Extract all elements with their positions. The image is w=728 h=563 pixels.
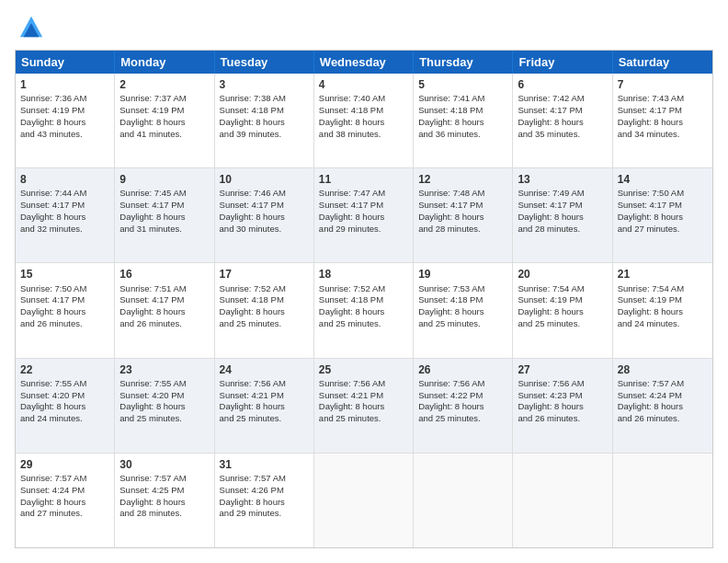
day-number: 10: [220, 172, 309, 187]
day-number: 31: [220, 457, 309, 472]
calendar-day-empty: [414, 454, 513, 547]
day-number: 15: [20, 267, 109, 282]
header-day-saturday: Saturday: [613, 51, 712, 74]
calendar-week-5: 29Sunrise: 7:57 AM Sunset: 4:24 PM Dayli…: [16, 453, 712, 547]
day-info: Sunrise: 7:45 AM Sunset: 4:17 PM Dayligh…: [119, 188, 186, 233]
day-number: 24: [220, 362, 309, 377]
header-day-friday: Friday: [513, 51, 612, 74]
day-number: 18: [319, 267, 408, 282]
calendar-header: SundayMondayTuesdayWednesdayThursdayFrid…: [16, 51, 712, 74]
day-info: Sunrise: 7:36 AM Sunset: 4:19 PM Dayligh…: [20, 93, 86, 138]
day-number: 28: [618, 362, 708, 377]
day-info: Sunrise: 7:54 AM Sunset: 4:19 PM Dayligh…: [618, 283, 684, 328]
day-info: Sunrise: 7:51 AM Sunset: 4:17 PM Dayligh…: [119, 283, 186, 328]
calendar-day-25: 25Sunrise: 7:56 AM Sunset: 4:21 PM Dayli…: [314, 359, 414, 453]
calendar-day-20: 20Sunrise: 7:54 AM Sunset: 4:19 PM Dayli…: [513, 263, 612, 357]
day-number: 19: [418, 267, 507, 282]
calendar-day-29: 29Sunrise: 7:57 AM Sunset: 4:24 PM Dayli…: [16, 454, 115, 547]
calendar-day-10: 10Sunrise: 7:46 AM Sunset: 4:17 PM Dayli…: [215, 168, 314, 262]
day-info: Sunrise: 7:38 AM Sunset: 4:18 PM Dayligh…: [220, 93, 286, 138]
calendar-day-1: 1Sunrise: 7:36 AM Sunset: 4:19 PM Daylig…: [16, 74, 115, 167]
calendar-day-9: 9Sunrise: 7:45 AM Sunset: 4:17 PM Daylig…: [115, 168, 214, 262]
day-info: Sunrise: 7:46 AM Sunset: 4:17 PM Dayligh…: [220, 188, 286, 233]
calendar-day-2: 2Sunrise: 7:37 AM Sunset: 4:19 PM Daylig…: [115, 74, 214, 167]
day-number: 27: [518, 362, 607, 377]
day-info: Sunrise: 7:55 AM Sunset: 4:20 PM Dayligh…: [119, 378, 186, 423]
day-number: 17: [220, 267, 309, 282]
day-number: 26: [418, 362, 507, 377]
header-day-monday: Monday: [115, 51, 214, 74]
calendar-day-24: 24Sunrise: 7:56 AM Sunset: 4:21 PM Dayli…: [215, 359, 314, 453]
calendar-day-5: 5Sunrise: 7:41 AM Sunset: 4:18 PM Daylig…: [414, 74, 513, 167]
day-number: 2: [119, 77, 209, 92]
calendar-week-1: 1Sunrise: 7:36 AM Sunset: 4:19 PM Daylig…: [16, 74, 712, 167]
calendar-day-16: 16Sunrise: 7:51 AM Sunset: 4:17 PM Dayli…: [115, 263, 214, 357]
day-number: 16: [119, 267, 209, 282]
calendar-day-12: 12Sunrise: 7:48 AM Sunset: 4:17 PM Dayli…: [414, 168, 513, 262]
header-day-sunday: Sunday: [16, 51, 115, 74]
day-info: Sunrise: 7:55 AM Sunset: 4:20 PM Dayligh…: [20, 378, 86, 423]
calendar-day-11: 11Sunrise: 7:47 AM Sunset: 4:17 PM Dayli…: [314, 168, 414, 262]
day-number: 13: [518, 172, 607, 187]
day-info: Sunrise: 7:57 AM Sunset: 4:25 PM Dayligh…: [119, 473, 186, 518]
day-number: 23: [119, 362, 209, 377]
day-info: Sunrise: 7:50 AM Sunset: 4:17 PM Dayligh…: [618, 188, 684, 233]
day-info: Sunrise: 7:52 AM Sunset: 4:18 PM Dayligh…: [319, 283, 385, 328]
calendar-week-3: 15Sunrise: 7:50 AM Sunset: 4:17 PM Dayli…: [16, 262, 712, 357]
day-info: Sunrise: 7:43 AM Sunset: 4:17 PM Dayligh…: [618, 93, 684, 138]
day-number: 22: [20, 362, 109, 377]
calendar: SundayMondayTuesdayWednesdayThursdayFrid…: [15, 50, 713, 548]
day-number: 7: [618, 77, 708, 92]
day-info: Sunrise: 7:50 AM Sunset: 4:17 PM Dayligh…: [20, 283, 86, 328]
day-info: Sunrise: 7:56 AM Sunset: 4:21 PM Dayligh…: [319, 378, 385, 423]
calendar-day-23: 23Sunrise: 7:55 AM Sunset: 4:20 PM Dayli…: [115, 359, 214, 453]
day-number: 12: [418, 172, 507, 187]
day-info: Sunrise: 7:42 AM Sunset: 4:17 PM Dayligh…: [518, 93, 584, 138]
day-info: Sunrise: 7:56 AM Sunset: 4:22 PM Dayligh…: [418, 378, 484, 423]
logo: [15, 15, 44, 40]
day-info: Sunrise: 7:57 AM Sunset: 4:24 PM Dayligh…: [618, 378, 684, 423]
day-info: Sunrise: 7:37 AM Sunset: 4:19 PM Dayligh…: [119, 93, 186, 138]
day-number: 30: [119, 457, 209, 472]
page: SundayMondayTuesdayWednesdayThursdayFrid…: [0, 0, 728, 563]
calendar-day-4: 4Sunrise: 7:40 AM Sunset: 4:18 PM Daylig…: [314, 74, 414, 167]
day-info: Sunrise: 7:47 AM Sunset: 4:17 PM Dayligh…: [319, 188, 385, 233]
calendar-day-14: 14Sunrise: 7:50 AM Sunset: 4:17 PM Dayli…: [613, 168, 712, 262]
day-info: Sunrise: 7:53 AM Sunset: 4:18 PM Dayligh…: [418, 283, 484, 328]
calendar-day-18: 18Sunrise: 7:52 AM Sunset: 4:18 PM Dayli…: [314, 263, 414, 357]
calendar-day-13: 13Sunrise: 7:49 AM Sunset: 4:17 PM Dayli…: [513, 168, 612, 262]
day-number: 4: [319, 77, 408, 92]
calendar-day-empty: [314, 454, 414, 547]
calendar-day-26: 26Sunrise: 7:56 AM Sunset: 4:22 PM Dayli…: [414, 359, 513, 453]
day-number: 5: [418, 77, 507, 92]
day-number: 14: [618, 172, 708, 187]
day-number: 25: [319, 362, 408, 377]
day-number: 6: [518, 77, 607, 92]
calendar-week-2: 8Sunrise: 7:44 AM Sunset: 4:17 PM Daylig…: [16, 167, 712, 262]
calendar-body: 1Sunrise: 7:36 AM Sunset: 4:19 PM Daylig…: [16, 74, 712, 547]
day-number: 21: [618, 267, 708, 282]
header-day-tuesday: Tuesday: [215, 51, 314, 74]
calendar-day-3: 3Sunrise: 7:38 AM Sunset: 4:18 PM Daylig…: [215, 74, 314, 167]
calendar-day-6: 6Sunrise: 7:42 AM Sunset: 4:17 PM Daylig…: [513, 74, 612, 167]
calendar-day-15: 15Sunrise: 7:50 AM Sunset: 4:17 PM Dayli…: [16, 263, 115, 357]
day-info: Sunrise: 7:56 AM Sunset: 4:23 PM Dayligh…: [518, 378, 584, 423]
header-day-wednesday: Wednesday: [314, 51, 414, 74]
calendar-day-22: 22Sunrise: 7:55 AM Sunset: 4:20 PM Dayli…: [16, 359, 115, 453]
header: [15, 15, 713, 40]
calendar-day-28: 28Sunrise: 7:57 AM Sunset: 4:24 PM Dayli…: [613, 359, 712, 453]
day-info: Sunrise: 7:48 AM Sunset: 4:17 PM Dayligh…: [418, 188, 484, 233]
day-info: Sunrise: 7:57 AM Sunset: 4:24 PM Dayligh…: [20, 473, 86, 518]
day-info: Sunrise: 7:44 AM Sunset: 4:17 PM Dayligh…: [20, 188, 86, 233]
calendar-day-19: 19Sunrise: 7:53 AM Sunset: 4:18 PM Dayli…: [414, 263, 513, 357]
day-info: Sunrise: 7:52 AM Sunset: 4:18 PM Dayligh…: [220, 283, 286, 328]
day-number: 3: [220, 77, 309, 92]
day-number: 1: [20, 77, 109, 92]
day-info: Sunrise: 7:57 AM Sunset: 4:26 PM Dayligh…: [220, 473, 286, 518]
logo-icon: [18, 15, 44, 40]
calendar-day-7: 7Sunrise: 7:43 AM Sunset: 4:17 PM Daylig…: [613, 74, 712, 167]
calendar-day-21: 21Sunrise: 7:54 AM Sunset: 4:19 PM Dayli…: [613, 263, 712, 357]
calendar-day-27: 27Sunrise: 7:56 AM Sunset: 4:23 PM Dayli…: [513, 359, 612, 453]
day-info: Sunrise: 7:54 AM Sunset: 4:19 PM Dayligh…: [518, 283, 584, 328]
day-info: Sunrise: 7:56 AM Sunset: 4:21 PM Dayligh…: [220, 378, 286, 423]
